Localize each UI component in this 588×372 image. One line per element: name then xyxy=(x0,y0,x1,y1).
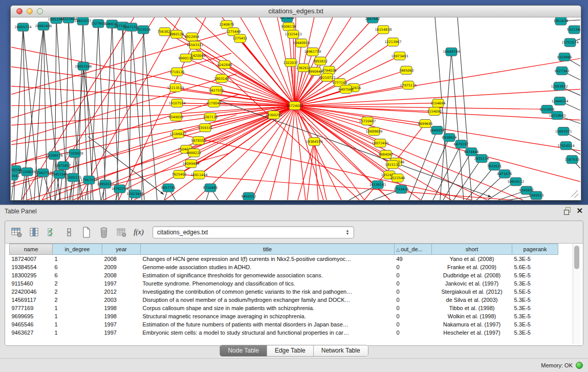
table-cell-title[interactable]: Corpus callosum shape and size in male p… xyxy=(141,304,395,312)
table-row[interactable]: 977716911998Corpus callosum shape and si… xyxy=(10,304,558,312)
graph-node[interactable]: 9506134 xyxy=(281,23,296,31)
table-cell-pagerank[interactable]: 5.3E-5 xyxy=(512,312,558,320)
table-settings-button[interactable] xyxy=(10,226,24,239)
red-edge[interactable] xyxy=(225,64,295,105)
graph-node[interactable]: 8471676 xyxy=(497,170,512,178)
graph-node[interactable]: 13325413 xyxy=(285,30,301,38)
table-cell-name[interactable]: 9699695 xyxy=(10,312,53,320)
table-cell-short[interactable]: de Silva et al. (2003) xyxy=(432,296,512,304)
table-row[interactable]: 1872400712008Changes of HCN gene express… xyxy=(10,255,558,263)
table-cell-in_degree[interactable]: 1 xyxy=(53,304,102,312)
graph-node[interactable]: 9716485 xyxy=(203,184,218,192)
table-cell-pagerank[interactable]: 5.3E-5 xyxy=(512,304,558,312)
graph-node[interactable]: 6549055 xyxy=(169,113,184,121)
table-cell-in_degree[interactable]: 6 xyxy=(53,263,102,271)
graph-node[interactable]: 9684067 xyxy=(379,150,394,159)
graph-node[interactable]: 1640954 xyxy=(430,126,445,135)
graph-node[interactable]: 15692971 xyxy=(555,127,572,136)
network-view-window[interactable]: citations_edges.txt 18724007240557242069… xyxy=(10,5,581,201)
table-cell-short[interactable]: Wolkin et al. (1998) xyxy=(432,312,512,320)
red-edge[interactable] xyxy=(295,105,306,200)
table-cell-year[interactable]: 2012 xyxy=(102,288,141,296)
graph-node[interactable]: 9227343 xyxy=(555,67,570,75)
black-edge[interactable] xyxy=(409,130,437,200)
table-row[interactable]: 1456911722003Disruption of a novel membe… xyxy=(10,296,558,304)
graph-node[interactable]: 19384554 xyxy=(306,138,322,146)
graph-node[interactable]: 9857791 xyxy=(161,184,176,192)
table-cell-in_degree[interactable]: 2 xyxy=(53,288,102,296)
black-edge[interactable] xyxy=(116,26,123,200)
table-cell-in_degree[interactable]: 6 xyxy=(53,271,102,279)
red-edge[interactable] xyxy=(78,17,180,200)
tab-network-table[interactable]: Network Table xyxy=(313,345,368,356)
table-cell-name[interactable]: 18300295 xyxy=(10,271,53,279)
table-mode-button[interactable] xyxy=(62,226,76,239)
tab-edge-table[interactable]: Edge Table xyxy=(267,345,313,356)
black-edge[interactable] xyxy=(453,159,482,200)
table-cell-title[interactable]: Estimation of the future numbers of pati… xyxy=(141,320,395,329)
graph-node[interactable]: 6497568 xyxy=(339,85,354,93)
graph-node[interactable]: 9990444 xyxy=(308,67,323,75)
table-cell-in_degree[interactable]: 1 xyxy=(53,320,102,329)
graph-node[interactable]: 12213967 xyxy=(384,38,401,46)
table-cell-out_degree[interactable]: 0 xyxy=(395,329,432,337)
function-builder-button[interactable]: f(x) xyxy=(132,226,145,239)
graph-node[interactable]: 20691406 xyxy=(35,22,52,30)
table-cell-year[interactable]: 1997 xyxy=(102,279,141,288)
graph-node[interactable]: 5878355 xyxy=(191,137,206,145)
table-cell-name[interactable]: 9115460 xyxy=(10,279,53,288)
close-window-button[interactable] xyxy=(16,8,23,14)
graph-node[interactable]: 9498222 xyxy=(187,149,202,157)
table-cell-title[interactable]: Tourette syndrome. Phenomenology and cla… xyxy=(141,279,395,288)
table-cell-year[interactable]: 2008 xyxy=(102,255,141,263)
network-canvas[interactable]: 1872400724055724206914061905334418223404… xyxy=(11,17,580,200)
table-cell-out_degree[interactable]: 0 xyxy=(395,271,432,279)
table-vertical-scrollbar[interactable] xyxy=(573,244,581,344)
table-cell-year[interactable]: 2003 xyxy=(102,296,141,304)
canvas-resize-grip[interactable] xyxy=(571,190,578,197)
show-columns-button[interactable] xyxy=(28,226,41,239)
graph-node[interactable]: 1154092 xyxy=(427,107,442,115)
column-checklist-button[interactable] xyxy=(45,226,58,239)
graph-node[interactable]: 9170043 xyxy=(207,99,222,107)
graph-node[interactable]: 9990133 xyxy=(179,54,193,62)
network-graph-svg[interactable]: 1872400724055724206914061905334418223404… xyxy=(11,17,580,200)
table-cell-out_degree[interactable]: 0 xyxy=(395,296,432,304)
red-edge[interactable] xyxy=(295,105,580,181)
graph-node[interactable]: 2718126 xyxy=(170,68,185,76)
table-selector-dropdown[interactable]: citations_edges.txt ▲▼ xyxy=(153,226,354,238)
red-edge[interactable] xyxy=(295,68,303,105)
scrollbar-thumb[interactable] xyxy=(574,246,579,269)
graph-node[interactable]: 14961758 xyxy=(304,48,321,56)
table-cell-in_degree[interactable]: 2 xyxy=(53,279,102,288)
table-cell-short[interactable]: Franke et al. (2009) xyxy=(432,263,512,271)
graph-node[interactable]: 1815132 xyxy=(385,161,400,169)
table-cell-title[interactable]: Structural magnetic resonance image aver… xyxy=(141,312,395,320)
graph-node[interactable]: 7955812 xyxy=(313,57,328,65)
delete-table-button[interactable] xyxy=(115,226,128,239)
table-cell-year[interactable]: 2009 xyxy=(102,263,141,271)
table-cell-out_degree[interactable]: 0 xyxy=(395,312,432,320)
graph-node[interactable]: 15751074 xyxy=(561,38,578,47)
graph-node[interactable]: 3267130 xyxy=(203,113,218,121)
table-cell-out_degree[interactable]: 0 xyxy=(395,279,432,288)
graph-node[interactable]: 5912954 xyxy=(185,33,200,41)
graph-node[interactable]: 17957253 xyxy=(80,176,97,184)
table-cell-name[interactable]: 9465546 xyxy=(10,320,53,329)
graph-node[interactable]: 9699695 xyxy=(418,120,433,128)
graph-node[interactable]: 19107554 xyxy=(168,99,185,107)
tab-node-table[interactable]: Node Table xyxy=(220,345,267,356)
canvas-resize-grip[interactable] xyxy=(574,194,578,198)
black-edge[interactable] xyxy=(433,144,461,200)
graph-node[interactable]: 9960128 xyxy=(169,30,184,38)
create-column-button[interactable] xyxy=(80,226,93,239)
table-cell-year[interactable]: 1998 xyxy=(102,312,141,320)
table-cell-pagerank[interactable]: 5.6E-5 xyxy=(512,263,558,271)
table-cell-short[interactable]: Nakamura et al. (1997) xyxy=(432,320,512,329)
float-panel-icon[interactable] xyxy=(564,207,571,214)
table-cell-name[interactable]: 9463627 xyxy=(10,329,53,337)
table-cell-in_degree[interactable]: 1 xyxy=(53,312,102,320)
table-cell-title[interactable]: Investigating the contribution of common… xyxy=(141,288,395,296)
red-edge[interactable] xyxy=(11,86,295,105)
graph-node[interactable]: 8427552 xyxy=(209,86,224,94)
